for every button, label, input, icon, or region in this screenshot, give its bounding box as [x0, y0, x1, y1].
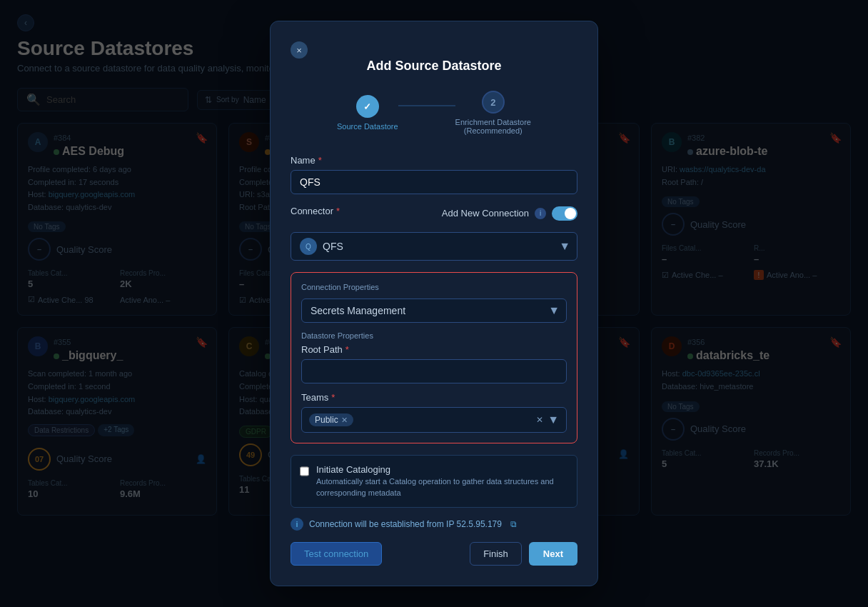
connector-select-group: Q QFS ▼: [291, 232, 577, 261]
step-line: [398, 105, 455, 106]
secrets-select-wrapper[interactable]: Secrets Management ▼: [301, 299, 567, 323]
step-1: ✓ Source Datastore: [337, 95, 398, 131]
modal-overlay: × Add Source Datastore ✓ Source Datastor…: [0, 0, 868, 607]
test-connection-button[interactable]: Test connection: [291, 542, 382, 566]
connector-label: Connector *: [291, 206, 433, 216]
required-indicator: *: [336, 206, 340, 216]
initiate-cataloging-checkbox[interactable]: [300, 466, 309, 477]
team-name: Public: [315, 415, 338, 425]
step-1-circle: ✓: [356, 95, 379, 118]
root-path-input[interactable]: [301, 359, 567, 383]
clear-teams-button[interactable]: ✕: [536, 415, 543, 425]
stepper: ✓ Source Datastore 2 Enrichment Datastor…: [291, 91, 577, 135]
root-path-group: Root Path *: [301, 344, 567, 383]
next-button[interactable]: Next: [529, 542, 577, 566]
modal-close-button[interactable]: ×: [291, 41, 308, 59]
add-source-modal: × Add Source Datastore ✓ Source Datastor…: [270, 21, 598, 586]
step-1-label: Source Datastore: [337, 122, 398, 131]
secrets-select[interactable]: Secrets Management: [301, 299, 567, 323]
ip-notice: i Connection will be established from IP…: [291, 518, 577, 531]
datastore-props-title: Datastore Properties: [301, 331, 567, 340]
copy-ip-button[interactable]: ⧉: [510, 519, 517, 529]
ip-notice-text: Connection will be established from IP 5…: [309, 519, 502, 529]
name-group: Name *: [291, 155, 577, 194]
root-path-label: Root Path *: [301, 344, 567, 355]
initiate-cataloging-desc: Automatically start a Catalog operation …: [316, 476, 568, 498]
step-2-circle: 2: [482, 91, 505, 114]
connection-properties-box: Connection Properties Secrets Management…: [291, 272, 577, 443]
connector-value: QFS: [323, 241, 568, 252]
add-connection-label: Add New Connection: [442, 208, 529, 219]
connector-select-wrapper: Q QFS ▼: [291, 232, 577, 261]
public-team-tag: Public ✕: [309, 413, 353, 426]
required-indicator: *: [318, 155, 322, 166]
qfs-icon: Q: [300, 238, 317, 255]
teams-group: Teams * Public ✕ ✕ ▼: [301, 392, 567, 433]
connector-row: Connector * Add New Connection i: [291, 206, 577, 221]
initiate-cataloging-title: Initiate Cataloging: [316, 464, 568, 475]
name-input[interactable]: [291, 170, 577, 194]
initiate-cataloging-group: Initiate Cataloging Automatically start …: [291, 455, 577, 508]
teams-dropdown-arrow-icon[interactable]: ▼: [547, 413, 559, 426]
info-circle-icon: i: [291, 518, 303, 531]
remove-team-button[interactable]: ✕: [341, 416, 348, 425]
name-label: Name *: [291, 155, 577, 166]
modal-title: Add Source Datastore: [291, 59, 577, 74]
step-2: 2 Enrichment Datastore (Recommended): [455, 91, 531, 135]
modal-actions: Test connection Finish Next: [291, 542, 577, 566]
conn-props-title: Connection Properties: [301, 283, 567, 291]
info-icon: i: [535, 208, 546, 219]
required-indicator: *: [345, 344, 349, 355]
add-connection-toggle[interactable]: [552, 206, 577, 221]
add-connection-group: Add New Connection i: [442, 206, 577, 221]
required-indicator: *: [331, 392, 335, 403]
teams-label: Teams *: [301, 392, 567, 403]
finish-button[interactable]: Finish: [470, 542, 522, 566]
step-2-label: Enrichment Datastore (Recommended): [455, 118, 531, 135]
teams-input[interactable]: Public ✕ ✕ ▼: [301, 407, 567, 433]
